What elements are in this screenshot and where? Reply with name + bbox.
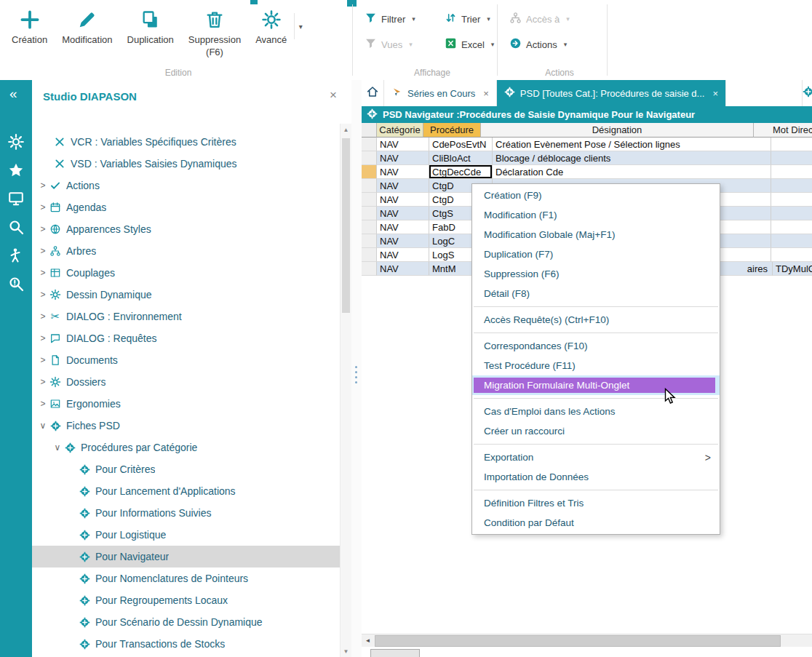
duplication-button[interactable]: Duplication	[120, 4, 181, 48]
scrollbar-thumb[interactable]	[342, 138, 350, 313]
tree-item-pour-lancement-d-applications[interactable]: Pour Lancement d'Applications	[32, 480, 341, 502]
excel-button[interactable]: Excel ▾	[442, 35, 497, 54]
favorites-icon[interactable]	[7, 161, 25, 180]
tree-item-pour-navigateur[interactable]: Pour Navigateur	[32, 546, 341, 568]
search-alert-icon[interactable]	[7, 274, 25, 293]
cell-designation[interactable]: Déclaration Cde	[493, 165, 771, 179]
panel-splitter[interactable]	[351, 80, 362, 657]
navigator-icon[interactable]	[7, 246, 25, 265]
row-selector[interactable]	[362, 193, 377, 207]
partial-button[interactable]	[370, 649, 420, 657]
tree-item-pour-criteres[interactable]: Pour Critères	[32, 458, 341, 480]
cell-designation[interactable]: Blocage / déblocage clients	[493, 151, 771, 165]
close-icon[interactable]: ×	[483, 88, 489, 99]
cell-mot-directeur[interactable]	[771, 151, 812, 165]
menu-item-modification-f1[interactable]: Modification (F1)	[472, 205, 720, 225]
actions-button[interactable]: Actions ▾	[506, 35, 570, 54]
tree-item-pour-informations-suivies[interactable]: Pour Informations Suivies	[32, 502, 341, 524]
row-selector[interactable]	[362, 234, 377, 248]
tree-item-actions[interactable]: >Actions	[32, 175, 341, 196]
scroll-left-button[interactable]: ◄	[362, 634, 374, 647]
cell-mot-directeur[interactable]: TDyMulGes	[773, 262, 812, 276]
tree-item-dessin-dynamique[interactable]: >Dessin Dynamique	[32, 284, 341, 306]
suppression-button[interactable]: Suppression (F6)	[181, 4, 248, 60]
cell-procedure[interactable]: CdePosEvtN	[429, 138, 493, 151]
column-header-designation[interactable]: Désignation	[481, 123, 754, 138]
tab-partial[interactable]	[802, 80, 812, 106]
menu-item-creation-f9[interactable]: Création (F9)	[472, 186, 720, 205]
cell-mot-directeur[interactable]	[771, 248, 812, 262]
tree-item-agendas[interactable]: >Agendas	[32, 196, 341, 218]
cell-designation[interactable]: Création Evènement Pose / Sélection lign…	[493, 138, 771, 151]
row-selector[interactable]	[362, 151, 377, 165]
menu-item-creer-un-raccourci[interactable]: Créer un raccourci	[472, 421, 720, 441]
menu-item-test-procedure-f11[interactable]: Test Procédure (F11)	[472, 356, 720, 375]
menu-item-correspondances-f10[interactable]: Correspondances (F10)	[472, 336, 720, 356]
tab-psd-toutes-cat[interactable]: PSD [Toutes Cat.]: Procédures de saisie …	[497, 80, 726, 106]
tree-item-pour-regroupements-locaux[interactable]: Pour Regroupements Locaux	[32, 589, 341, 611]
close-icon[interactable]: ×	[330, 88, 337, 103]
cell-categorie[interactable]: NAV	[377, 220, 429, 234]
horizontal-scrollbar[interactable]: ◄	[362, 634, 812, 647]
search-icon[interactable]	[7, 218, 25, 236]
trier-button[interactable]: Trier ▾	[442, 9, 493, 28]
row-selector[interactable]	[362, 220, 377, 234]
menu-item-acces-requete-s-ctrl-f10[interactable]: Accès Requête(s) (Ctrl+F10)	[472, 310, 720, 330]
filtrer-button[interactable]: Filtrer ▾	[362, 9, 440, 28]
avance-dropdown-caret[interactable]: ▾	[294, 13, 306, 39]
column-header-mot-directeur[interactable]: Mot Directeur	[754, 123, 812, 138]
tree-item-pour-logistique[interactable]: Pour Logistique	[32, 524, 341, 546]
column-header-categorie[interactable]: Catégorie	[377, 123, 423, 138]
tree-item-couplages[interactable]: >Couplages	[32, 262, 341, 284]
cell-categorie[interactable]: NAV	[377, 193, 429, 207]
tree-item-documents[interactable]: >Documents	[32, 349, 341, 371]
cell-categorie[interactable]: NAV	[377, 151, 429, 165]
tree-item-pour-nomenclatures-de-pointeurs[interactable]: Pour Nomenclatures de Pointeurs	[32, 568, 341, 589]
tree-item-apparences-styles[interactable]: >Apparences Styles	[32, 218, 341, 240]
row-selector[interactable]	[362, 165, 377, 179]
cell-mot-directeur[interactable]	[771, 220, 812, 234]
cell-categorie[interactable]: NAV	[377, 138, 429, 151]
menu-item-condition-par-defaut[interactable]: Condition par Défaut	[472, 513, 720, 533]
tab-series-en-cours[interactable]: Séries en Cours ×	[384, 80, 497, 106]
row-selector[interactable]	[362, 138, 377, 151]
tree-item-dialog-environnement[interactable]: >✂DIALOG : Environnement	[32, 306, 341, 327]
screen-icon[interactable]	[7, 189, 25, 208]
collapse-sidebar-button[interactable]: «	[0, 80, 32, 102]
scroll-up-button[interactable]: ▲	[341, 124, 351, 135]
splitter-handle[interactable]	[355, 366, 357, 383]
creation-button[interactable]: Création	[4, 4, 55, 48]
tab-home[interactable]	[362, 80, 384, 106]
cell-mot-directeur[interactable]	[771, 138, 812, 151]
cell-mot-directeur[interactable]	[771, 165, 812, 179]
row-selector[interactable]	[362, 262, 377, 276]
cell-categorie[interactable]: NAV	[377, 262, 429, 276]
settings-icon[interactable]	[7, 132, 25, 151]
cell-categorie[interactable]: NAV	[377, 248, 429, 262]
menu-item-definition-filtres-et-tris[interactable]: Définition Filtres et Tris	[472, 493, 720, 513]
tree-item-fiches-psd[interactable]: ∨Fiches PSD	[32, 415, 341, 437]
cell-mot-directeur[interactable]	[771, 234, 812, 248]
acces-a-button[interactable]: Accès à ▾	[506, 9, 573, 28]
menu-item-duplication-f7[interactable]: Duplication (F7)	[472, 244, 720, 264]
tree-item-procedures-par-categorie[interactable]: ∨Procédures par Catégorie	[32, 437, 341, 458]
tree-item-dossiers[interactable]: >Dossiers	[32, 371, 341, 393]
column-header-selector[interactable]	[362, 123, 377, 138]
cell-categorie[interactable]: NAV	[377, 207, 429, 220]
cell-mot-directeur[interactable]	[771, 193, 812, 207]
cell-procedure[interactable]: CtgDecCde	[429, 165, 493, 179]
tree-item-ergonomies[interactable]: >Ergonomies	[32, 393, 341, 415]
row-selector[interactable]	[362, 207, 377, 220]
menu-item-cas-d-emploi-dans-les-actions[interactable]: Cas d'Emploi dans les Actions	[472, 402, 720, 421]
cell-categorie[interactable]: NAV	[377, 165, 429, 179]
tree-scrollbar[interactable]: ▲ ▼	[340, 124, 351, 657]
cell-categorie[interactable]: NAV	[377, 234, 429, 248]
scrollbar-thumb[interactable]	[375, 635, 781, 647]
tree-item-arbres[interactable]: >Arbres	[32, 240, 341, 262]
modification-button[interactable]: Modification	[55, 4, 119, 48]
cell-procedure[interactable]: CliBloAct	[429, 151, 493, 165]
tree-item-pour-transactions-de-stocks[interactable]: Pour Transactions de Stocks	[32, 633, 341, 655]
tree-item-vsd-variables-saisies-dynamiques[interactable]: VSD : Variables Saisies Dynamiques	[32, 153, 341, 175]
column-header-procedure[interactable]: Procédure	[423, 123, 481, 138]
menu-item-importation-de-donnees[interactable]: Importation de Données	[472, 467, 720, 487]
